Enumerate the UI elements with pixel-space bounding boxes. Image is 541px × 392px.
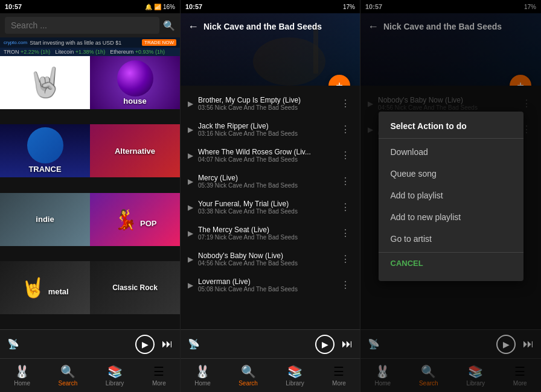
nav-label-search-2: Search xyxy=(238,380,258,387)
genre-dj[interactable]: 🤘 xyxy=(0,56,90,109)
play-icon-3: ▶ xyxy=(188,177,193,186)
search-icon[interactable]: 🔍 xyxy=(163,20,175,31)
nav-label-library-1: Library xyxy=(106,380,124,387)
context-item-download[interactable]: Download xyxy=(379,141,523,163)
ticker-name: TRON xyxy=(4,49,19,55)
play-icon-0: ▶ xyxy=(188,100,193,108)
back-button[interactable]: ← xyxy=(188,21,199,33)
ticker-price: +1.38% (1h) xyxy=(75,49,105,55)
track-meta-5: 07:19 Nick Cave And The Bad Seeds xyxy=(198,234,333,241)
genre-metal[interactable]: 🤘 metal xyxy=(0,261,90,314)
play-button-1[interactable]: ▶ xyxy=(135,335,155,354)
context-item-queue[interactable]: Queue song xyxy=(379,163,523,185)
pop-icon: 💃 xyxy=(114,209,138,230)
ad-banner: crypto.com Start investing with as littl… xyxy=(0,37,180,48)
more-icon-1: ☰ xyxy=(153,364,164,379)
battery-icon: 16% xyxy=(163,4,175,10)
time-2: 10:57 xyxy=(185,3,202,10)
play-icon-1: ▶ xyxy=(188,125,193,134)
search-icon-1: 🔍 xyxy=(60,364,75,379)
ticker-name: Ethereum xyxy=(110,49,133,55)
play-icon-5: ▶ xyxy=(188,229,193,238)
context-overlay: Select Action to do Download Queue song … xyxy=(360,0,541,392)
track-info-6: Nobody's Baby Now (Live) 04:56 Nick Cave… xyxy=(198,251,333,267)
ticker-ltc: Litecoin +1.38% (1h) xyxy=(55,49,105,55)
ticker-price: +2.22% (1h) xyxy=(21,49,50,55)
metal-icon: 🤘 xyxy=(21,277,45,299)
track-info-7: Loverman (Live) 05:08 Nick Cave And The … xyxy=(198,277,333,292)
player-controls-2: ▶ ⏭ xyxy=(315,335,353,354)
notification-icon: 🔔 xyxy=(145,4,152,10)
track-meta-4: 03:38 Nick Cave And The Bad Seeds xyxy=(198,208,333,215)
genre-indie[interactable]: indie xyxy=(0,193,90,246)
more-icon-2: ☰ xyxy=(333,364,344,379)
track-meta-6: 04:56 Nick Cave And The Bad Seeds xyxy=(198,260,333,267)
track-item-3[interactable]: ▶ Mercy (Live) 05:39 Nick Cave And The B… xyxy=(181,168,360,194)
track-item-1[interactable]: ▶ Jack the Ripper (Live) 03:16 Nick Cave… xyxy=(181,116,360,142)
nav-more-1[interactable]: ☰ More xyxy=(152,364,166,387)
track-more-2[interactable]: ⋮ xyxy=(338,147,353,163)
nav-more-2[interactable]: ☰ More xyxy=(332,364,346,387)
wifi-icon: 📶 xyxy=(154,4,161,10)
ad-text: Start investing with as little as USD $1 xyxy=(30,40,121,46)
track-item-6[interactable]: ▶ Nobody's Baby Now (Live) 04:56 Nick Ca… xyxy=(181,246,360,272)
search-input[interactable] xyxy=(5,17,159,34)
battery-2: 17% xyxy=(343,4,355,10)
panel-album: 10:57 17% ← Nick Cave and the Bad Seeds … xyxy=(180,0,360,392)
bottom-nav-1: 🐰 Home 🔍 Search 📚 Library ☰ More xyxy=(0,358,180,392)
genre-pop[interactable]: 💃 POP xyxy=(90,193,180,246)
track-item-5[interactable]: ▶ The Mercy Seat (Live) 07:19 Nick Cave … xyxy=(181,220,360,246)
genre-trance[interactable]: TRANCE xyxy=(0,124,90,177)
nav-label-library-2: Library xyxy=(286,380,304,387)
track-more-7[interactable]: ⋮ xyxy=(338,277,353,293)
ticker-price: +0.93% (1h) xyxy=(135,49,165,55)
context-menu-title: Select Action to do xyxy=(379,119,523,139)
track-item-2[interactable]: ▶ Where The Wild Roses Grow (Liv... 04:0… xyxy=(181,142,360,168)
nav-search-1[interactable]: 🔍 Search xyxy=(59,364,78,387)
track-meta-3: 05:39 Nick Cave And The Bad Seeds xyxy=(198,182,333,189)
track-more-5[interactable]: ⋮ xyxy=(338,225,353,241)
play-button-2[interactable]: ▶ xyxy=(315,335,335,354)
status-bar-2: 10:57 17% xyxy=(181,0,360,13)
nav-library-2[interactable]: 📚 Library xyxy=(286,364,304,387)
track-info-4: Your Funeral, My Trial (Live) 03:38 Nick… xyxy=(198,200,333,215)
album-title: Nick Cave and the Bad Seeds xyxy=(203,22,353,31)
track-more-0[interactable]: ⋮ xyxy=(338,95,353,112)
track-info-5: The Mercy Seat (Live) 07:19 Nick Cave An… xyxy=(198,226,333,241)
track-meta-0: 03:56 Nick Cave And The Bad Seeds xyxy=(198,104,333,111)
trade-button[interactable]: TRADE NOW xyxy=(142,39,176,46)
cast-icon-1[interactable]: 📡 xyxy=(7,338,19,350)
dj-icon: 🤘 xyxy=(27,66,63,100)
track-item-4[interactable]: ▶ Your Funeral, My Trial (Live) 03:38 Ni… xyxy=(181,194,360,220)
skip-button-1[interactable]: ⏭ xyxy=(162,338,173,350)
cast-icon-2[interactable]: 📡 xyxy=(188,338,200,350)
nav-label-more-2: More xyxy=(332,380,346,387)
track-name-3: Mercy (Live) xyxy=(198,174,333,182)
track-item-0[interactable]: ▶ Brother, My Cup Is Empty (Live) 03:56 … xyxy=(181,90,360,116)
nav-home-1[interactable]: 🐰 Home xyxy=(14,364,30,387)
track-more-3[interactable]: ⋮ xyxy=(338,173,353,189)
nav-library-1[interactable]: 📚 Library xyxy=(106,364,124,387)
genre-house[interactable]: house xyxy=(90,56,180,109)
track-name-2: Where The Wild Roses Grow (Liv... xyxy=(198,148,333,156)
house-ball xyxy=(117,60,153,96)
track-item-7[interactable]: ▶ Loverman (Live) 05:08 Nick Cave And Th… xyxy=(181,272,360,298)
player-controls-1: ▶ ⏭ xyxy=(135,335,173,354)
skip-button-2[interactable]: ⏭ xyxy=(342,338,353,350)
nav-search-2[interactable]: 🔍 Search xyxy=(238,364,258,387)
mini-player-2: 📡 ▶ ⏭ xyxy=(181,329,360,358)
track-more-4[interactable]: ⋮ xyxy=(338,199,353,215)
library-icon-2: 📚 xyxy=(287,364,303,379)
context-item-go-artist[interactable]: Go to artist xyxy=(379,228,523,250)
track-more-6[interactable]: ⋮ xyxy=(338,251,353,267)
track-more-1[interactable]: ⋮ xyxy=(338,121,353,138)
nav-label-home-1: Home xyxy=(14,380,30,387)
genre-label-trance: TRANCE xyxy=(28,165,61,174)
context-item-add-playlist[interactable]: Add to playlist xyxy=(379,185,523,206)
nav-home-2[interactable]: 🐰 Home xyxy=(194,364,211,387)
genre-alternative[interactable]: Alternative xyxy=(90,124,180,177)
context-item-new-playlist[interactable]: Add to new playlist xyxy=(379,206,523,228)
context-menu: Select Action to do Download Queue song … xyxy=(379,112,523,281)
genre-classic-rock[interactable]: Classic Rock xyxy=(90,261,180,314)
context-cancel-button[interactable]: CANCEL xyxy=(379,252,523,274)
